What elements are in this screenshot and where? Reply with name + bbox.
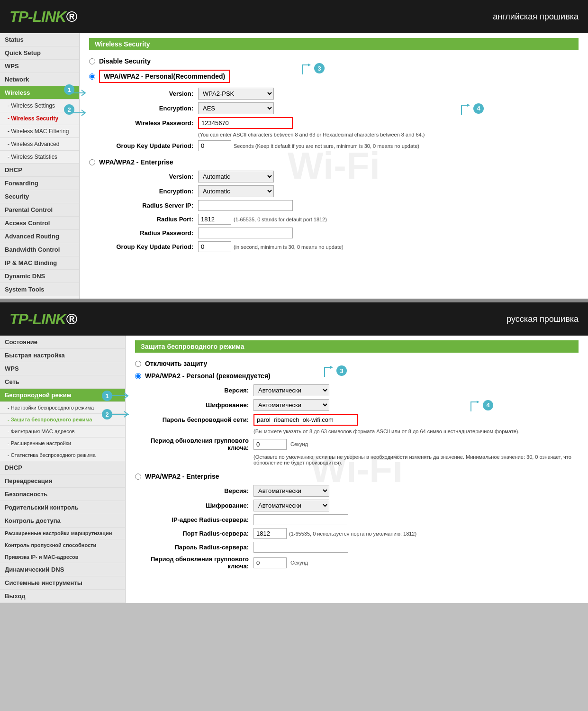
ru-sidebar-ip-mac[interactable]: Привязка IP- и MAC-адресов [0, 551, 125, 563]
english-section: TP-LINK® английская прошивка 1 2 Status … [0, 0, 588, 299]
sidebar-quick-setup[interactable]: Quick Setup [0, 46, 79, 60]
disable-security-row: Disable Security [89, 57, 579, 65]
sidebar-wireless-advanced[interactable]: - Wireless Advanced [0, 138, 79, 151]
ru-sidebar-quick[interactable]: Быстрая настройка [0, 349, 125, 362]
sidebar-ip-mac[interactable]: IP & MAC Binding [0, 256, 79, 270]
ru-ent-group-key-input[interactable] [253, 557, 287, 568]
ru-wpa-personal-row: WPA/WPA2 - Personal (рекомендуется) 3 [135, 372, 579, 380]
ru-sidebar-ws-advanced[interactable]: - Расширенные настройки [0, 438, 125, 449]
ru-radius-port-hint: (1-65535, 0 используется порта по умолча… [289, 531, 416, 537]
sidebar-parental[interactable]: Parental Control [0, 203, 79, 217]
ru-radius-port-label: Порт Radius-сервера: [149, 530, 253, 537]
ru-password-label: Пароль беспроводной сети: [149, 416, 253, 423]
ru-sidebar-logout[interactable]: Выход [0, 590, 125, 603]
svg-marker-0 [308, 64, 311, 66]
group-key-input[interactable] [198, 140, 231, 151]
sidebar-access[interactable]: Access Control [0, 217, 79, 230]
ru-wpa-personal-label: WPA/WPA2 - Personal (рекомендуется) [145, 372, 271, 380]
ru-group-key-row: Период обновления группового ключа: Секу… [135, 437, 579, 451]
sidebar-dhcp[interactable]: DHCP [0, 164, 79, 177]
ru-sidebar-dhcp[interactable]: DHCP [0, 461, 125, 474]
version-label: Version: [103, 90, 198, 97]
ru-wpa-personal-radio[interactable] [135, 373, 141, 379]
ru-sidebar-wps[interactable]: WPS [0, 362, 125, 375]
ru-radius-ip-input[interactable] [253, 514, 348, 525]
group-key-label: Group Key Update Period: [103, 142, 198, 149]
sidebar-tools[interactable]: System Tools [0, 283, 79, 296]
radius-ip-input[interactable] [198, 200, 293, 211]
ru-enterprise-radio[interactable] [135, 474, 141, 480]
ru-sidebar-network[interactable]: Сеть [0, 375, 125, 389]
radius-port-label: Radius Port: [103, 216, 198, 223]
ru-sidebar-access[interactable]: Контроль доступа [0, 514, 125, 528]
ru-sidebar-ws-stats[interactable]: - Статистика беспроводного режима [0, 449, 125, 461]
ru-radius-port-input[interactable] [253, 528, 287, 539]
sidebar-wireless-stats[interactable]: - Wireless Statistics [0, 151, 79, 164]
sidebar-wireless-mac[interactable]: - Wireless MAC Filtering [0, 125, 79, 138]
svg-marker-2 [330, 366, 333, 369]
ru-ent-group-key-label: Период обновления группового ключа: [149, 556, 253, 570]
sidebar-bandwidth[interactable]: Bandwidth Control [0, 243, 79, 256]
radius-password-input[interactable] [198, 228, 293, 238]
ru-sidebar-parental[interactable]: Родительский контроль [0, 501, 125, 514]
encryption-label: Encryption: [103, 105, 198, 112]
wpa-personal-radio[interactable] [89, 73, 95, 80]
badge-3-russian: 3 [336, 365, 347, 376]
ent-group-key-row: Group Key Update Period: (in second, min… [89, 241, 579, 252]
disable-security-radio[interactable] [89, 58, 95, 64]
ru-group-key-input[interactable] [253, 439, 287, 450]
badge-3-english: 3 [314, 63, 325, 73]
sidebar-status[interactable]: Status [0, 33, 79, 46]
ru-sidebar-tools[interactable]: Системные инструменты [0, 576, 125, 590]
ru-ent-version-select[interactable]: Автоматически [253, 485, 329, 497]
main-container-russian: 1 2 Состояние Быстрая настройка WPS Сеть… [0, 336, 588, 603]
ru-radius-password-input[interactable] [253, 542, 348, 553]
page-title-russian: Защита беспроводного режима [135, 340, 579, 353]
sidebar-security[interactable]: Security [0, 190, 79, 203]
ru-radius-password-row: Пароль Radius-сервера: [135, 542, 579, 553]
ru-radius-ip-row: IP-адрес Radius-сервера: [135, 514, 579, 525]
ru-group-key-label: Период обновления группового ключа: [149, 437, 253, 451]
ru-password-input[interactable] [253, 414, 358, 426]
ru-enterprise-label: WPA/WPA2 - Enterprise [145, 473, 219, 480]
wpa-enterprise-row: WPA/WPA2 - Enterprise [89, 158, 579, 166]
ru-encryption-label: Шифрование: [149, 401, 253, 409]
page-title-english: Wireless Security [89, 38, 579, 50]
ru-ent-encryption-select[interactable]: Автоматически [253, 500, 329, 511]
ru-sidebar-ddns[interactable]: Динамический DNS [0, 563, 125, 576]
disable-security-label: Disable Security [99, 57, 151, 65]
radius-password-label: Radius Password: [103, 229, 198, 237]
ru-ent-version-row: Версия: Автоматически [135, 485, 579, 497]
badge-2-russian: 2 [102, 409, 112, 419]
ru-sidebar-bandwidth[interactable]: Контроль пропускной способности [0, 539, 125, 551]
ru-encryption-select[interactable]: Автоматически [253, 399, 329, 411]
ent-group-key-input[interactable] [198, 241, 231, 252]
ent-encryption-select[interactable]: Automatic [198, 185, 274, 197]
radius-port-input[interactable] [198, 214, 231, 225]
encryption-select[interactable]: AES TKIP Automatic [198, 102, 274, 114]
ru-sidebar-status[interactable]: Состояние [0, 336, 125, 349]
ent-group-key-hint: (in second, minimum is 30, 0 means no up… [234, 244, 344, 250]
ru-disable-radio[interactable] [135, 361, 141, 367]
sidebar-ddns[interactable]: Dynamic DNS [0, 270, 79, 283]
ru-version-select[interactable]: Автоматически [253, 384, 329, 396]
ru-sidebar-forwarding[interactable]: Переадресация [0, 474, 125, 488]
ru-sidebar-ws-mac[interactable]: - Фильтрация MAC-адресов [0, 426, 125, 438]
password-label: Wireless Password: [103, 119, 198, 127]
wpa-enterprise-radio[interactable] [89, 159, 95, 165]
logo-russian: TP-LINK® [9, 310, 77, 328]
badge-4-russian: 4 [483, 400, 493, 410]
radius-ip-row: Radius Server IP: [89, 200, 579, 211]
ru-sidebar-routing[interactable]: Расширенные настройки маршрутизации [0, 528, 125, 539]
sidebar-routing[interactable]: Advanced Routing [0, 230, 79, 243]
ent-version-label: Version: [103, 173, 198, 180]
ru-sidebar-security[interactable]: Безопасность [0, 488, 125, 501]
password-input[interactable] [198, 117, 293, 129]
ru-ent-version-label: Версия: [149, 487, 253, 494]
badge-4-english: 4 [473, 103, 484, 114]
sidebar-wps[interactable]: WPS [0, 60, 79, 73]
sidebar-forwarding[interactable]: Forwarding [0, 177, 79, 190]
ent-version-select[interactable]: Automatic [198, 171, 274, 182]
version-select[interactable]: WPA2-PSK WPA-PSK Automatic [198, 88, 274, 100]
header-english: TP-LINK® английская прошивка [0, 0, 588, 33]
